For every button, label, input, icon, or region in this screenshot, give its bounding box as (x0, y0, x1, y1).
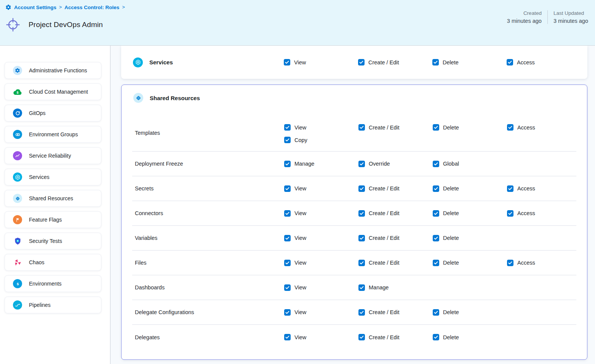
checkbox-checked-icon[interactable] (284, 124, 291, 131)
checkbox-create-edit[interactable]: Create / Edit (358, 309, 433, 316)
checkbox-checked-icon[interactable] (284, 210, 291, 217)
checkbox-checked-icon[interactable] (507, 185, 513, 192)
checkbox-view[interactable]: View (284, 235, 358, 241)
sidebar-item-label: Pipelines (29, 302, 51, 308)
checkbox-checked-icon[interactable] (284, 284, 291, 291)
checkbox-checked-icon[interactable] (433, 334, 439, 340)
breadcrumb-account-settings[interactable]: Account Settings (14, 5, 56, 10)
checkbox-checked-icon[interactable] (284, 235, 291, 241)
checkbox-delete[interactable]: Delete (433, 124, 507, 131)
sidebar-item-pipelines[interactable]: Pipelines (5, 297, 101, 313)
checkbox-manage[interactable]: Manage (358, 284, 433, 291)
sidebar-item-services[interactable]: Services (5, 169, 101, 185)
checkbox-checked-icon[interactable] (432, 59, 439, 65)
checkbox-checked-icon[interactable] (284, 309, 291, 316)
sidebar-item-feature-flags[interactable]: Feature Flags (5, 211, 101, 228)
checkbox-checked-icon[interactable] (433, 161, 439, 167)
checkbox-checked-icon[interactable] (358, 260, 365, 266)
checkbox-checked-icon[interactable] (358, 210, 365, 217)
checkbox-checked-icon[interactable] (433, 260, 439, 266)
sidebar-item-label: Chaos (29, 259, 44, 265)
permission-cell: View (284, 284, 358, 291)
checkbox-checked-icon[interactable] (507, 124, 513, 131)
checkbox-view[interactable]: View (284, 210, 358, 217)
sidebar-item-environment-groups[interactable]: Environment Groups (5, 126, 101, 143)
checkbox-checked-icon[interactable] (284, 334, 291, 340)
checkbox-override[interactable]: Override (358, 161, 433, 167)
checkbox-view[interactable]: View (284, 334, 358, 340)
permission-cell: Delete (433, 260, 507, 266)
resource-category-list: Administrative Functions$Cloud Cost Mana… (5, 62, 110, 313)
checkbox-view[interactable]: View (284, 59, 358, 65)
checkbox-create-edit[interactable]: Create / Edit (358, 334, 433, 340)
checkbox-view[interactable]: View (284, 185, 358, 192)
checkbox-access[interactable]: Access (507, 260, 576, 266)
checkbox-checked-icon[interactable] (507, 59, 513, 65)
checkbox-checked-icon[interactable] (284, 59, 290, 65)
checkbox-checked-icon[interactable] (358, 309, 365, 316)
created-value: 3 minutes ago (507, 18, 542, 24)
checkbox-checked-icon[interactable] (284, 260, 291, 266)
checkbox-create-edit[interactable]: Create / Edit (358, 185, 433, 192)
checkbox-checked-icon[interactable] (433, 235, 439, 241)
page-header: Account Settings > Access Control: Roles… (0, 0, 595, 46)
permission-cell: View (284, 235, 358, 241)
sidebar-item-security-tests[interactable]: Security Tests (5, 233, 101, 249)
checkbox-checked-icon[interactable] (358, 334, 365, 340)
svg-text:$: $ (16, 91, 18, 94)
checkbox-access[interactable]: Access (507, 124, 576, 131)
sidebar-item-label: Cloud Cost Management (29, 89, 88, 95)
checkbox-delete[interactable]: Delete (433, 334, 507, 340)
checkbox-checked-icon[interactable] (358, 185, 365, 192)
checkbox-view[interactable]: View (284, 309, 358, 316)
checkbox-checked-icon[interactable] (433, 309, 439, 316)
checkbox-checked-icon[interactable] (433, 185, 439, 192)
checkbox-create-edit[interactable]: Create / Edit (358, 210, 433, 217)
checkbox-view[interactable]: View (284, 284, 358, 291)
checkbox-delete[interactable]: Delete (433, 210, 507, 217)
checkbox-checked-icon[interactable] (507, 260, 513, 266)
checkbox-create-edit[interactable]: Create / Edit (358, 59, 432, 65)
checkbox-delete[interactable]: Delete (433, 235, 507, 241)
checkbox-delete[interactable]: Delete (432, 59, 507, 65)
checkbox-checked-icon[interactable] (358, 235, 365, 241)
checkbox-view[interactable]: View (284, 124, 358, 131)
permission-cell: Delete (433, 309, 507, 316)
checkbox-create-edit[interactable]: Create / Edit (358, 124, 433, 131)
checkbox-checked-icon[interactable] (284, 137, 291, 143)
sidebar-item-label: Administrative Functions (29, 67, 87, 73)
checkbox-access[interactable]: Access (507, 59, 587, 65)
checkbox-checked-icon[interactable] (284, 185, 291, 192)
checkbox-checked-icon[interactable] (358, 59, 365, 65)
resource-label: Dashboards (132, 284, 284, 291)
sidebar-item-gitops[interactable]: GitOps (5, 105, 101, 121)
checkbox-create-edit[interactable]: Create / Edit (358, 260, 433, 266)
checkbox-delete[interactable]: Delete (433, 260, 507, 266)
sidebar-item-cloud-cost-management[interactable]: $Cloud Cost Management (5, 83, 101, 100)
checkbox-checked-icon[interactable] (358, 161, 365, 167)
sidebar-item-chaos[interactable]: Chaos (5, 254, 101, 271)
checkbox-create-edit[interactable]: Create / Edit (358, 235, 433, 241)
checkbox-checked-icon[interactable] (433, 124, 439, 131)
permission-label: Create / Edit (369, 260, 400, 266)
checkbox-access[interactable]: Access (507, 210, 576, 217)
checkbox-delete[interactable]: Delete (433, 185, 507, 192)
checkbox-access[interactable]: Access (507, 185, 576, 192)
checkbox-delete[interactable]: Delete (433, 309, 507, 316)
checkbox-checked-icon[interactable] (433, 210, 439, 217)
checkbox-checked-icon[interactable] (284, 161, 291, 167)
breadcrumb-access-control-roles[interactable]: Access Control: Roles (64, 5, 119, 10)
sidebar-item-administrative-functions[interactable]: Administrative Functions (5, 62, 101, 79)
checkbox-global[interactable]: Global (433, 161, 507, 167)
checkbox-copy[interactable]: Copy (284, 137, 358, 143)
checkbox-checked-icon[interactable] (507, 210, 513, 217)
permission-cell: Create / Edit (358, 260, 433, 266)
permission-cell: Override (358, 161, 433, 167)
checkbox-view[interactable]: View (284, 260, 358, 266)
checkbox-checked-icon[interactable] (358, 284, 365, 291)
sidebar-item-environments[interactable]: $Environments (5, 275, 101, 292)
checkbox-manage[interactable]: Manage (284, 161, 358, 167)
checkbox-checked-icon[interactable] (358, 124, 365, 131)
sidebar-item-service-reliability[interactable]: Service Reliability (5, 147, 101, 164)
sidebar-item-shared-resources[interactable]: Shared Resources (5, 190, 101, 207)
